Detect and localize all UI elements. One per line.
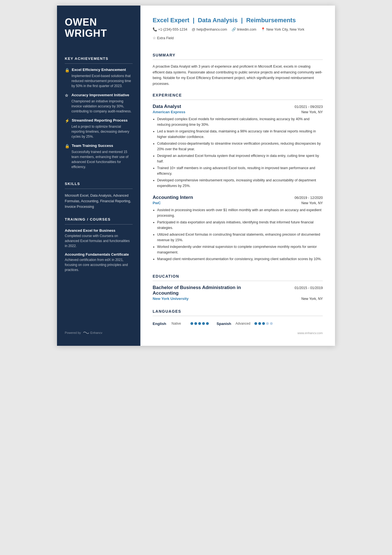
job-bullets-2: Assisted in processing invoices worth ov… xyxy=(153,207,323,263)
achievement-header: ☆ Accuracy Improvement Initiative xyxy=(65,93,133,98)
summary-section-title: SUMMARY xyxy=(153,53,323,57)
job-dates-1: 01/2021 - 09/2023 xyxy=(295,105,323,109)
job-bullet: Trained 10+ staff members in using advan… xyxy=(157,165,323,176)
dot-filled xyxy=(254,322,257,325)
location-text: New York City, New York xyxy=(266,28,304,31)
job-title-1: Data Analyst xyxy=(153,104,181,109)
achievement-item: ⚡ Streamlined Reporting Process Led a pr… xyxy=(65,118,133,139)
achievement-header: 🔒 Team Training Success xyxy=(65,144,133,148)
job-location-2: New York, NY xyxy=(301,201,323,205)
dot-filled xyxy=(198,322,201,325)
language-dots-english xyxy=(190,322,209,325)
achievement-header: 🔒 Excel Efficiency Enhancement xyxy=(65,68,133,72)
skills-section-title: SKILLS xyxy=(65,182,133,186)
lightning-icon: ⚡ xyxy=(65,119,70,123)
lock-icon: 🔒 xyxy=(65,144,70,148)
training-title: Accounting Fundamentals Certificate xyxy=(65,252,133,256)
summary-text: A proactive Data Analyst with 3 years of… xyxy=(153,64,323,87)
enhancv-logo: Enhancv xyxy=(83,331,102,335)
job-bullet: Collaborated cross-departmentally to str… xyxy=(157,141,323,152)
achievement-item: 🔒 Excel Efficiency Enhancement Implement… xyxy=(65,68,133,88)
training-section-title: TRAINING / COURSES xyxy=(65,217,133,221)
achievement-desc: Led a project to optimize financial repo… xyxy=(65,124,133,139)
language-dots-spanish xyxy=(254,322,273,325)
dot-filled xyxy=(190,322,193,325)
linkedin-contact: 🔗 linkedin.com xyxy=(232,27,256,31)
job-bullet: Worked independently under minimal super… xyxy=(157,244,323,255)
job-bullet: Developed comprehensive reimbursement re… xyxy=(157,177,323,189)
extra-field: Extra Field xyxy=(157,36,174,40)
language-name-english: English xyxy=(153,322,169,326)
training-item: Accounting Fundamentals Certificate Achi… xyxy=(65,252,133,272)
job-bullet: Utilized advanced Excel formulas in cons… xyxy=(157,232,323,243)
achievements-divider xyxy=(65,63,133,64)
headline-part-1: Excel Expert xyxy=(153,17,189,24)
star-icon: ☆ xyxy=(65,93,69,98)
job-company-1: American Express xyxy=(153,110,185,114)
dot-filled xyxy=(258,322,261,325)
languages-row: English Native Spanish Advanced xyxy=(153,322,323,326)
language-name-spanish: Spanish xyxy=(217,322,233,326)
pipe-divider-1: | xyxy=(193,17,194,24)
achievement-title: Excel Efficiency Enhancement xyxy=(72,68,126,72)
sidebar: OWEN WRIGHT KEY ACHIEVEMENTS 🔒 Excel Eff… xyxy=(57,6,140,346)
achievement-title: Accuracy Improvement Initiative xyxy=(71,93,129,97)
language-item-english: English Native xyxy=(153,322,209,326)
edu-header: Bachelor of Business Administration in A… xyxy=(153,285,323,296)
star-contact-icon: ☆ xyxy=(153,36,156,40)
training-divider xyxy=(65,224,133,225)
sidebar-footer: Powered by Enhancv xyxy=(65,322,133,335)
dot-filled xyxy=(202,322,205,325)
language-level-spanish: Advanced xyxy=(235,322,252,325)
job-dates-2: 06/2019 - 12/2020 xyxy=(295,196,323,200)
phone-number: +1-(234)-555-1234 xyxy=(158,28,187,31)
job-company-row-1: American Express New York, NY xyxy=(153,110,323,114)
languages-section-title: LANGUAGES xyxy=(153,309,323,314)
experience-divider xyxy=(153,100,323,100)
job-header-1: Data Analyst 01/2021 - 09/2023 xyxy=(153,104,323,109)
training-item: Advanced Excel for Business Completed co… xyxy=(65,228,133,248)
achievement-desc: Successfully trained and mentored 15 tea… xyxy=(65,149,133,169)
main-headline: Excel Expert | Data Analysis | Reimburse… xyxy=(153,17,323,24)
language-level-english: Native xyxy=(172,322,188,325)
edu-location: New York, NY xyxy=(301,297,323,301)
skills-text: Microsoft Excel, Data Analysis, Advanced… xyxy=(65,193,133,209)
training-title: Advanced Excel for Business xyxy=(65,228,133,233)
phone-icon: 📞 xyxy=(153,27,157,31)
footer-url: www.enhancv.com xyxy=(297,331,323,335)
achievement-item: 🔒 Team Training Success Successfully tra… xyxy=(65,144,133,169)
resume-wrapper: OWEN WRIGHT KEY ACHIEVEMENTS 🔒 Excel Eff… xyxy=(57,6,335,346)
job-location-1: New York, NY xyxy=(301,110,323,114)
job-bullet: Led a team in organizing financial data,… xyxy=(157,129,323,140)
headline-part-2: Data Analysis xyxy=(198,17,237,24)
languages-divider xyxy=(153,316,323,316)
experience-section-title: EXPERIENCE xyxy=(153,93,323,97)
education-divider xyxy=(153,281,323,281)
achievement-item: ☆ Accuracy Improvement Initiative Champi… xyxy=(65,93,133,114)
email-icon: @ xyxy=(192,27,195,31)
linkedin-icon: 🔗 xyxy=(232,27,236,31)
achievement-desc: Implemented Excel-based solutions that r… xyxy=(65,73,133,88)
achievement-title: Team Training Success xyxy=(72,144,113,148)
achievement-header: ⚡ Streamlined Reporting Process xyxy=(65,118,133,123)
linkedin-url: linkedin.com xyxy=(237,28,256,31)
edu-school-row: New York University New York, NY xyxy=(153,297,323,301)
job-title-2: Accounting Intern xyxy=(153,195,193,200)
candidate-name: OWEN WRIGHT xyxy=(65,17,133,39)
email-contact: @ help@enhancv.com xyxy=(192,27,227,31)
achievement-desc: Championed an initiative improving invoi… xyxy=(65,99,133,114)
edu-degree: Bachelor of Business Administration in A… xyxy=(153,285,263,296)
summary-divider xyxy=(153,60,323,60)
powered-by-label: Powered by xyxy=(65,331,81,334)
location-contact: 📍 New York City, New York xyxy=(261,27,304,31)
achievements-section-title: KEY ACHIEVEMENTS xyxy=(65,56,133,61)
dot-filled xyxy=(262,322,265,325)
enhancv-brand-name: Enhancv xyxy=(90,331,102,334)
enhancv-logo-icon xyxy=(83,331,89,335)
edu-dates: 01/2015 - 01/2019 xyxy=(295,286,323,290)
extra-contact: ☆ Extra Field xyxy=(153,36,174,40)
job-bullet: Managed client reimbursement documentati… xyxy=(157,256,323,262)
location-icon: 📍 xyxy=(261,27,265,31)
job-company-row-2: PwC New York, NY xyxy=(153,201,323,205)
lock-icon: 🔒 xyxy=(65,68,70,72)
